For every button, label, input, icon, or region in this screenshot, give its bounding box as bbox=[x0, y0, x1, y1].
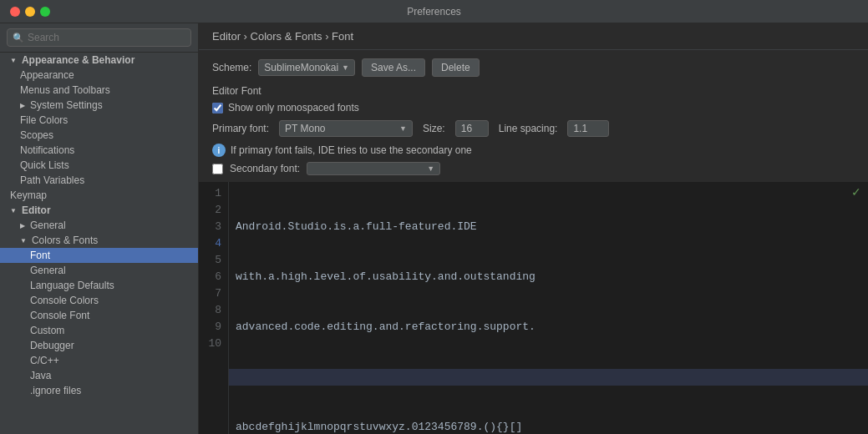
sidebar-item-ignore-files[interactable]: .ignore files bbox=[0, 383, 198, 398]
sidebar-item-label: Colors & Fonts bbox=[32, 235, 98, 246]
info-row: i If primary font fails, IDE tries to us… bbox=[212, 144, 855, 157]
sidebar-item-appearance-behavior[interactable]: ▼ Appearance & Behavior bbox=[0, 53, 198, 68]
sidebar-item-keymap[interactable]: Keymap bbox=[0, 188, 198, 203]
save-as-button[interactable]: Save As... bbox=[362, 58, 425, 77]
check-icon: ✓ bbox=[851, 185, 861, 199]
sidebar-item-label: Console Font bbox=[30, 310, 89, 321]
sidebar-item-path-variables[interactable]: Path Variables bbox=[0, 173, 198, 188]
sidebar-item-label: Menus and Toolbars bbox=[20, 84, 110, 96]
editor-font-label: Editor Font bbox=[212, 85, 855, 97]
search-input[interactable] bbox=[7, 28, 191, 47]
scheme-select[interactable]: SublimeMonokai ▼ bbox=[258, 59, 355, 76]
sidebar-item-label: Keymap bbox=[10, 189, 47, 201]
secondary-font-select[interactable]: ▼ bbox=[307, 162, 440, 175]
sidebar-item-editor[interactable]: ▼ Editor bbox=[0, 203, 198, 218]
sidebar-item-label: .ignore files bbox=[30, 385, 81, 396]
line-numbers: 1 2 3 4 5 6 7 8 9 10 bbox=[199, 182, 229, 434]
show-monospaced-row: Show only monospaced fonts bbox=[212, 102, 855, 114]
sidebar-item-label: Path Variables bbox=[20, 174, 84, 186]
code-preview-inner: 1 2 3 4 5 6 7 8 9 10 Android.Studio.is.a… bbox=[199, 182, 868, 434]
primary-font-value: PT Mono bbox=[285, 123, 396, 134]
sidebar-item-label: General bbox=[30, 265, 66, 276]
sidebar-item-debugger[interactable]: Debugger bbox=[0, 338, 198, 353]
sidebar-search-area: 🔍 bbox=[0, 23, 198, 53]
size-input[interactable] bbox=[455, 120, 489, 137]
scheme-label: Scheme: bbox=[212, 62, 251, 73]
breadcrumb-sep2: › bbox=[325, 30, 332, 43]
code-line-3: advanced.code.editing.and.refactoring.su… bbox=[236, 319, 861, 336]
line-num-1: 1 bbox=[206, 185, 221, 202]
sidebar-item-label: C/C++ bbox=[30, 355, 59, 366]
code-preview: 1 2 3 4 5 6 7 8 9 10 Android.Studio.is.a… bbox=[199, 182, 868, 434]
sidebar-item-scopes[interactable]: Scopes bbox=[0, 128, 198, 143]
sidebar-item-general2[interactable]: General bbox=[0, 263, 198, 278]
code-line-2: with.a.high.level.of.usability.and.outst… bbox=[236, 269, 861, 285]
size-label: Size: bbox=[423, 123, 445, 134]
sidebar-item-font[interactable]: Font bbox=[0, 248, 198, 263]
sidebar-item-general[interactable]: ▶ General bbox=[0, 218, 198, 233]
maximize-button[interactable] bbox=[40, 7, 50, 17]
minimize-button[interactable] bbox=[25, 7, 35, 17]
line-num-3: 3 bbox=[206, 219, 221, 235]
sidebar-item-custom[interactable]: Custom bbox=[0, 323, 198, 338]
window-title: Preferences bbox=[407, 6, 461, 18]
line-spacing-input[interactable] bbox=[567, 120, 609, 137]
sidebar-item-label: Font bbox=[30, 250, 50, 261]
line-num-8: 8 bbox=[206, 302, 221, 319]
sidebar-item-console-colors[interactable]: Console Colors bbox=[0, 293, 198, 308]
sidebar-item-colors-fonts[interactable]: ▼ Colors & Fonts bbox=[0, 233, 198, 248]
breadcrumb-font: Font bbox=[332, 30, 353, 43]
line-num-9: 9 bbox=[206, 319, 221, 336]
line-num-6: 6 bbox=[206, 269, 221, 285]
sidebar-item-system-settings[interactable]: ▶ System Settings bbox=[0, 98, 198, 113]
chevron-down-icon: ▼ bbox=[342, 63, 349, 72]
search-icon: 🔍 bbox=[13, 33, 24, 43]
sidebar-item-java[interactable]: Java bbox=[0, 368, 198, 383]
triangle-icon: ▼ bbox=[10, 57, 17, 64]
delete-button[interactable]: Delete bbox=[432, 58, 480, 77]
sidebar-item-label: Language Defaults bbox=[30, 280, 114, 291]
primary-font-label: Primary font: bbox=[212, 123, 269, 134]
search-wrap: 🔍 bbox=[7, 28, 191, 47]
triangle-icon: ▼ bbox=[10, 207, 17, 214]
main-content: 🔍 ▼ Appearance & Behavior Appearance Men… bbox=[0, 23, 868, 434]
sidebar-item-label: Custom bbox=[30, 325, 64, 336]
show-monospaced-label[interactable]: Show only monospaced fonts bbox=[228, 102, 359, 114]
code-line-1: Android.Studio.is.a.full-featured.IDE bbox=[236, 219, 861, 235]
close-button[interactable] bbox=[10, 7, 20, 17]
sidebar-item-label: System Settings bbox=[30, 99, 103, 111]
show-monospaced-checkbox[interactable] bbox=[212, 103, 223, 114]
titlebar: Preferences bbox=[0, 0, 868, 23]
sidebar-item-language-defaults[interactable]: Language Defaults bbox=[0, 278, 198, 293]
secondary-font-checkbox[interactable] bbox=[212, 164, 223, 174]
breadcrumb: Editor › Colors & Fonts › Font bbox=[199, 23, 868, 50]
sidebar-item-quick-lists[interactable]: Quick Lists bbox=[0, 158, 198, 173]
info-icon: i bbox=[212, 144, 226, 157]
sidebar-item-label: Editor bbox=[22, 204, 51, 216]
scheme-row: Scheme: SublimeMonokai ▼ Save As... Dele… bbox=[199, 50, 868, 82]
sidebar-item-notifications[interactable]: Notifications bbox=[0, 143, 198, 158]
sidebar-item-label: Appearance bbox=[20, 69, 74, 81]
code-lines: Android.Studio.is.a.full-featured.IDE wi… bbox=[229, 182, 868, 434]
sidebar-item-label: File Colors bbox=[20, 114, 68, 126]
secondary-font-label[interactable]: Secondary font: bbox=[230, 163, 300, 174]
sidebar-item-label: Notifications bbox=[20, 144, 74, 156]
triangle-icon: ▼ bbox=[20, 237, 27, 245]
breadcrumb-sep1: › bbox=[244, 30, 251, 43]
line-num-4: 4 bbox=[206, 235, 221, 252]
primary-font-select[interactable]: PT Mono ▼ bbox=[279, 120, 413, 137]
triangle-icon: ▶ bbox=[20, 222, 25, 230]
sidebar-item-file-colors[interactable]: File Colors bbox=[0, 113, 198, 128]
sidebar-item-console-font[interactable]: Console Font bbox=[0, 308, 198, 323]
scheme-value: SublimeMonokai bbox=[264, 62, 338, 73]
font-options-row: Primary font: PT Mono ▼ Size: Line spaci… bbox=[212, 120, 855, 137]
sidebar-item-menus-toolbars[interactable]: Menus and Toolbars bbox=[0, 83, 198, 98]
sidebar-item-label: General bbox=[30, 220, 66, 231]
sidebar-item-label: Quick Lists bbox=[20, 159, 69, 171]
line-num-7: 7 bbox=[206, 285, 221, 302]
chevron-down-icon: ▼ bbox=[399, 124, 407, 133]
code-line-5: abcdefghijklmnopqrstuvwxyz.0123456789.()… bbox=[236, 419, 861, 434]
sidebar-item-appearance[interactable]: Appearance bbox=[0, 68, 198, 83]
sidebar-item-cpp[interactable]: C/C++ bbox=[0, 353, 198, 368]
breadcrumb-colors-fonts: Colors & Fonts bbox=[251, 30, 322, 43]
